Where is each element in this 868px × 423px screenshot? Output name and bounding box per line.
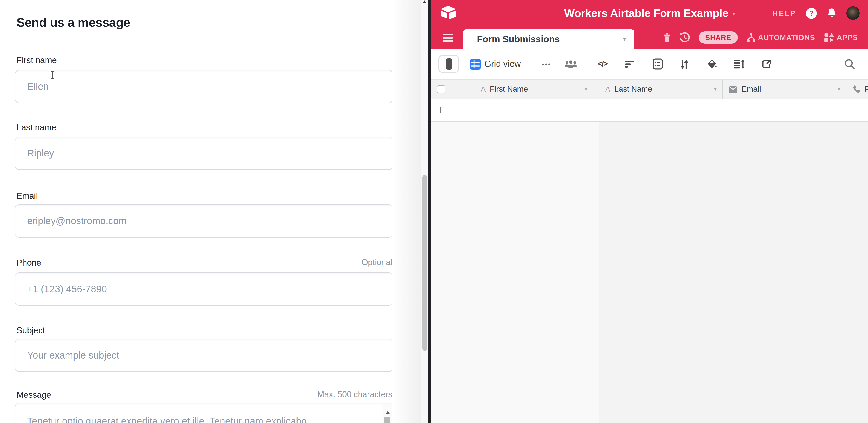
- base-title[interactable]: Workers Airtable Form Example: [564, 7, 728, 20]
- message-scrollbar-thumb[interactable]: [384, 417, 390, 423]
- email-label: Email: [17, 191, 38, 201]
- select-all-checkbox[interactable]: [437, 85, 445, 93]
- contact-form-panel: Send us a message First name Last name E…: [0, 0, 428, 423]
- view-toolbar: Grid view ••• </>: [431, 49, 868, 79]
- help-question-icon[interactable]: ?: [806, 8, 817, 19]
- subject-input[interactable]: [15, 339, 393, 372]
- page-scrollbar-thumb[interactable]: [422, 175, 427, 351]
- search-icon[interactable]: [844, 49, 855, 79]
- view-sidebar-toggle[interactable]: [438, 55, 459, 73]
- message-label: Message: [17, 390, 51, 400]
- last-name-label: Last name: [17, 122, 56, 132]
- phone-optional-note: Optional: [362, 258, 392, 267]
- column-header-last-name[interactable]: A Last Name ▼: [599, 80, 723, 98]
- grid-view-icon: [470, 49, 481, 79]
- collaborators-icon[interactable]: [564, 49, 577, 79]
- message-maxchars-note: Max. 500 characters: [317, 390, 392, 399]
- chevron-down-icon: ▾: [733, 9, 735, 17]
- tab-form-submissions[interactable]: Form Submissions ▼: [463, 29, 634, 49]
- help-button[interactable]: HELP: [773, 9, 796, 17]
- user-avatar[interactable]: [846, 6, 860, 20]
- menu-icon[interactable]: [442, 34, 453, 42]
- sort-button[interactable]: [680, 49, 689, 79]
- row-height-button[interactable]: [734, 49, 745, 79]
- notifications-bell-icon[interactable]: [827, 8, 837, 19]
- table-name: Form Submissions: [477, 34, 560, 44]
- trash-icon[interactable]: [663, 33, 671, 42]
- column-name: Phone: [865, 85, 868, 94]
- automations-label: AUTOMATIONS: [758, 33, 815, 42]
- window-divider: [428, 0, 431, 423]
- column-name: Last Name: [614, 85, 652, 94]
- phone-input[interactable]: [15, 272, 393, 306]
- last-name-input[interactable]: [15, 137, 393, 170]
- share-button[interactable]: SHARE: [699, 31, 738, 44]
- grid-header-row: A First Name ▼ A Last Name ▼ Email ▼: [431, 79, 868, 99]
- group-records-button[interactable]: [653, 49, 663, 79]
- column-name: Email: [742, 85, 761, 94]
- airtable-topbar: Workers Airtable Form Example ▾ HELP ?: [431, 0, 868, 26]
- add-record-row[interactable]: +: [431, 99, 868, 122]
- page-edge-gutter: [392, 0, 421, 423]
- apps-button[interactable]: APPS: [824, 33, 858, 42]
- code-icon: </>: [597, 59, 608, 68]
- share-view-button[interactable]: [762, 49, 771, 79]
- grid-body-primary-column: [431, 122, 599, 423]
- sidebar-panel-icon: [446, 58, 452, 69]
- screen: Send us a message First name Last name E…: [0, 0, 868, 423]
- table-tabbar: Form Submissions ▼: [431, 26, 868, 49]
- filter-button[interactable]: [625, 49, 635, 79]
- email-input[interactable]: [15, 204, 393, 238]
- embed-code-button[interactable]: </>: [597, 49, 608, 79]
- first-name-input[interactable]: [15, 70, 393, 103]
- chevron-down-icon[interactable]: ▼: [584, 87, 588, 92]
- column-header-phone[interactable]: Phone: [846, 80, 868, 98]
- chevron-down-icon[interactable]: ▼: [622, 36, 627, 42]
- text-field-type-icon: A: [606, 85, 610, 93]
- chevron-down-icon[interactable]: ▼: [837, 87, 841, 92]
- column-header-first-name[interactable]: A First Name ▼: [431, 80, 599, 98]
- grid-body-secondary-area: [599, 122, 868, 423]
- column-separator: [599, 122, 599, 423]
- column-separator: [599, 99, 599, 122]
- column-name: First Name: [490, 85, 528, 94]
- toolbar-divider: [587, 57, 587, 71]
- history-icon[interactable]: [679, 32, 690, 43]
- chevron-down-icon[interactable]: ▼: [713, 87, 718, 92]
- view-name-button[interactable]: Grid view: [484, 49, 521, 79]
- topbar-right-cluster: HELP ?: [773, 0, 860, 26]
- page-title: Send us a message: [17, 16, 130, 30]
- first-name-label: First name: [17, 55, 57, 65]
- message-textarea[interactable]: Tenetur optio quaerat expedita vero et i…: [15, 403, 393, 423]
- text-cursor-icon: [50, 71, 55, 79]
- plus-icon[interactable]: +: [437, 103, 444, 117]
- color-fill-button[interactable]: [707, 49, 717, 79]
- grid-body: [431, 122, 868, 423]
- scroll-up-icon[interactable]: [385, 411, 390, 414]
- ellipsis-icon: •••: [542, 60, 551, 68]
- text-field-type-icon: A: [481, 85, 486, 93]
- phone-field-type-icon: [852, 85, 861, 93]
- tabbar-right-cluster: SHARE AUTOMATIONS: [663, 26, 858, 49]
- apps-label: APPS: [837, 33, 858, 42]
- subject-label: Subject: [17, 325, 45, 336]
- phone-label: Phone: [17, 258, 41, 268]
- column-header-email[interactable]: Email ▼: [723, 80, 846, 98]
- automations-button[interactable]: AUTOMATIONS: [747, 32, 815, 43]
- airtable-window: Workers Airtable Form Example ▾ HELP ? F…: [431, 0, 868, 423]
- view-options-button[interactable]: •••: [542, 49, 551, 79]
- scroll-up-icon[interactable]: [423, 0, 426, 3]
- email-field-type-icon: [728, 86, 737, 92]
- view-name: Grid view: [484, 59, 521, 69]
